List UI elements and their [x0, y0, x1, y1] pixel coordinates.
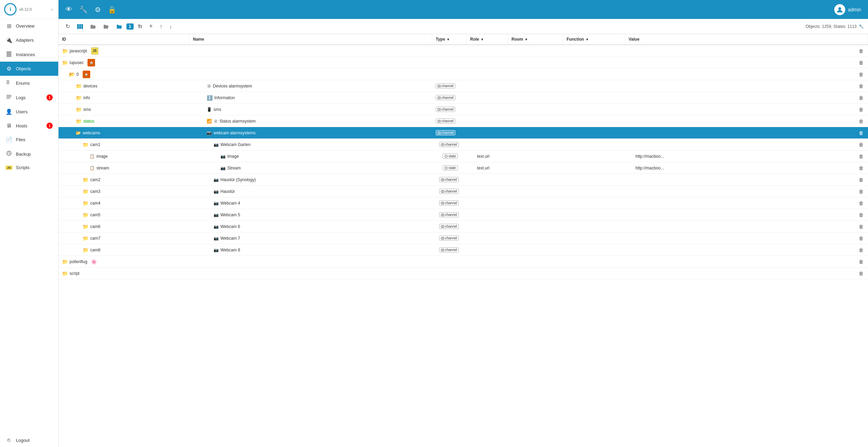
- add-button[interactable]: +: [146, 21, 156, 32]
- collapse-sidebar-button[interactable]: ‹: [50, 5, 54, 13]
- delete-button[interactable]: 🗑: [859, 60, 864, 65]
- sidebar-item-adapters[interactable]: 🔌 Adapters: [0, 33, 58, 47]
- sidebar-item-label-adapters: Adapters: [16, 38, 53, 43]
- delete-button[interactable]: 🗑: [859, 236, 864, 241]
- row-name-label: Webcam Garten: [220, 142, 250, 147]
- sidebar-item-users[interactable]: 👤 Users: [0, 105, 58, 119]
- files-icon: 📄: [6, 136, 12, 143]
- state-file-icon: 📋: [90, 154, 95, 159]
- table-row[interactable]: 📁 cam5 📷 Webcam 5 channel 🗑: [59, 209, 868, 221]
- delete-button[interactable]: 🗑: [859, 48, 864, 54]
- table-row[interactable]: 📁 cam8 📷 Webcam 8 channel 🗑: [59, 244, 868, 256]
- table-row[interactable]: 📁 sms 📱 sms channel 🗑: [59, 104, 868, 115]
- table-row[interactable]: 📁 script 🗑: [59, 268, 868, 279]
- delete-button[interactable]: 🗑: [859, 177, 864, 183]
- folder-blue-button[interactable]: [113, 22, 125, 31]
- table-row[interactable]: 📁 pollenflug 🌸 🗑: [59, 256, 868, 268]
- column-header-role[interactable]: Role ▼: [467, 34, 508, 44]
- delete-button[interactable]: 🗑: [859, 224, 864, 229]
- visibility-icon[interactable]: 👁: [65, 6, 72, 13]
- table-row[interactable]: 📁 javascript JS 🗑: [59, 45, 868, 57]
- delete-button[interactable]: 🗑: [859, 72, 864, 77]
- cell-actions: 🗑: [854, 222, 868, 231]
- sidebar-item-overview[interactable]: ⊞ Overview: [0, 19, 58, 33]
- settings-wrench-icon[interactable]: 🔧: [859, 24, 864, 29]
- column-header-value[interactable]: Value: [625, 34, 868, 44]
- sidebar-item-enums[interactable]: Enums: [0, 76, 58, 90]
- cell-room: [501, 61, 556, 64]
- delete-button[interactable]: 🗑: [859, 271, 864, 276]
- table-row[interactable]: 📁 status 📶 🖥 Status alarmsystem channel …: [59, 115, 868, 127]
- refresh-button[interactable]: ↻: [63, 21, 73, 31]
- table-row[interactable]: 📁 lupusec 🏠 🗑: [59, 57, 868, 69]
- view-columns-button[interactable]: [74, 22, 86, 31]
- delete-button[interactable]: 🗑: [859, 200, 864, 206]
- column-header-id[interactable]: ID: [59, 34, 189, 44]
- table-row[interactable]: 📁 cam2 📷 Haustür (Synology) channel 🗑: [59, 174, 868, 186]
- delete-button[interactable]: 🗑: [859, 165, 864, 171]
- column-header-function[interactable]: Function ▼: [563, 34, 625, 44]
- delete-button[interactable]: 🗑: [859, 247, 864, 253]
- table-row[interactable]: 📋 stream 📷 Stream state text.url http://…: [59, 162, 868, 174]
- column-header-name[interactable]: Name: [189, 34, 432, 44]
- cell-room: [512, 201, 567, 205]
- sidebar-item-logs[interactable]: Logs 1: [0, 90, 58, 105]
- user-menu[interactable]: admin: [834, 4, 861, 15]
- logo-area: i v6.12.0: [4, 3, 32, 15]
- type-badge: channel: [436, 130, 455, 135]
- delete-button[interactable]: 🗑: [859, 95, 864, 101]
- cell-value: [629, 178, 854, 181]
- row-id-label: cam5: [90, 212, 100, 217]
- cell-type: channel: [432, 117, 467, 125]
- table-row[interactable]: 📁 cam4 📷 Webcam 4 channel 🗑: [59, 197, 868, 209]
- folder-open-button[interactable]: [100, 22, 112, 31]
- table-row[interactable]: 📁 devices 🖥 Devices alarmsystem channel …: [59, 80, 868, 92]
- delete-button[interactable]: 🗑: [859, 107, 864, 112]
- table-row[interactable]: 📁 cam7 📷 Webcam 7 channel 🗑: [59, 232, 868, 244]
- delete-button[interactable]: 🗑: [859, 189, 864, 194]
- row-id-label: cam2: [90, 177, 100, 182]
- sidebar-item-files[interactable]: 📄 Files: [0, 133, 58, 147]
- font-size-button[interactable]: Tr: [135, 22, 145, 31]
- delete-button[interactable]: 🗑: [859, 154, 864, 159]
- cell-type: channel: [436, 140, 470, 149]
- cell-name: 📷 webcam alarmsystems: [203, 129, 432, 137]
- delete-button[interactable]: 🗑: [859, 130, 864, 136]
- delete-button[interactable]: 🗑: [859, 259, 864, 264]
- row-name-label: Webcam 5: [220, 212, 240, 217]
- table-row[interactable]: 📁 cam3 📷 Haustür channel 🗑: [59, 186, 868, 197]
- table-row[interactable]: 📁 cam1 📷 Webcam Garten channel 🗑: [59, 139, 868, 150]
- wrench-icon[interactable]: 🔧: [79, 6, 88, 14]
- sidebar-item-logout[interactable]: ⎋ Logout: [0, 433, 58, 447]
- table-row[interactable]: 📁 info ℹ️ Information channel 🗑: [59, 92, 868, 104]
- sidebar-item-instances[interactable]: Instances: [0, 47, 58, 62]
- delete-button[interactable]: 🗑: [859, 83, 864, 89]
- column-header-type[interactable]: Type ▼: [432, 34, 467, 44]
- sidebar-item-scripts[interactable]: JS Scripts: [0, 161, 58, 174]
- cell-role: [467, 131, 508, 135]
- delete-button[interactable]: 🗑: [859, 212, 864, 218]
- settings-icon[interactable]: ⚙: [95, 6, 101, 14]
- sidebar-item-objects[interactable]: ⚙ Objects: [0, 62, 58, 76]
- row-name-label: Stream: [227, 166, 241, 170]
- sidebar-item-hosts[interactable]: 🖥 Hosts 1: [0, 119, 58, 133]
- cell-role: text.url: [474, 164, 515, 172]
- sidebar-item-backup[interactable]: Backup: [0, 147, 58, 161]
- svg-rect-13: [79, 24, 81, 29]
- cell-id: 📁 cam6: [79, 222, 210, 231]
- folder-button[interactable]: [87, 22, 99, 31]
- table-row[interactable]: 📋 image 📷 Image state text.url http://ma…: [59, 150, 868, 162]
- table-row[interactable]: 📂 0 🏠 🗑: [59, 69, 868, 80]
- upload-button[interactable]: ↑: [157, 22, 165, 31]
- security-icon[interactable]: 🔒: [108, 6, 116, 14]
- table-row[interactable]: 📁 cam6 📷 Webcam 6 channel 🗑: [59, 221, 868, 232]
- cell-room: [508, 119, 563, 123]
- badge-button[interactable]: 1: [126, 23, 134, 30]
- delete-button[interactable]: 🗑: [859, 118, 864, 124]
- delete-button[interactable]: 🗑: [859, 142, 864, 147]
- table-row[interactable]: 📂 webcams 📷 webcam alarmsystems channel …: [59, 127, 868, 139]
- folder-icon: 📁: [83, 189, 89, 194]
- download-button[interactable]: ↓: [166, 22, 175, 31]
- cell-role: [467, 119, 508, 123]
- column-header-room[interactable]: Room ▼: [508, 34, 563, 44]
